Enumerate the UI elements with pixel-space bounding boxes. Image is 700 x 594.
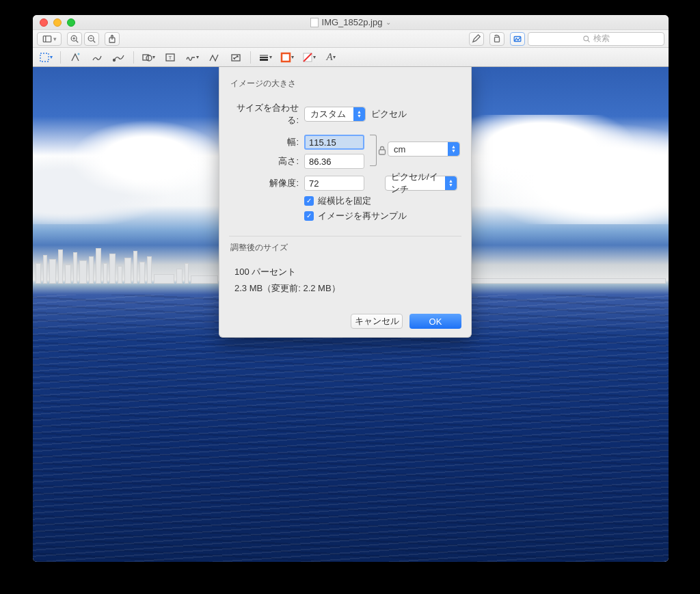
line-style-tool[interactable]: ▾ [258, 50, 273, 65]
svg-line-7 [93, 40, 95, 42]
search-icon [582, 35, 591, 43]
cancel-button[interactable]: キャンセル [351, 314, 403, 329]
resulting-size-title: 調整後のサイズ [230, 242, 461, 254]
svg-rect-11 [495, 37, 500, 42]
separator [60, 51, 61, 64]
text-tool[interactable]: T [163, 50, 178, 65]
resulting-filesize: 2.3 MB（変更前: 2.2 MB） [234, 282, 456, 295]
shapes-tool[interactable]: ▾ [141, 50, 156, 65]
resample-image-label: イメージを再サンプル [318, 210, 407, 222]
window-filename: IMG_1852p.jpg [322, 17, 383, 27]
preview-window: IMG_1852p.jpg ⌄ ▾ [33, 15, 669, 562]
svg-point-13 [584, 36, 589, 40]
dialog-title: イメージの大きさ [230, 78, 461, 90]
rotate-button[interactable] [489, 32, 504, 46]
fill-color-tool[interactable]: ▾ [301, 50, 317, 65]
dimension-unit-value: cm [394, 144, 405, 154]
sidebar-toggle-button[interactable]: ▾ [37, 32, 62, 46]
lock-icon[interactable] [378, 146, 386, 155]
share-button[interactable] [105, 32, 120, 46]
svg-rect-15 [40, 53, 49, 62]
fit-into-value: カスタム [310, 108, 346, 120]
adjust-size-tool[interactable] [228, 50, 243, 65]
titlebar: IMG_1852p.jpg ⌄ [33, 15, 669, 30]
svg-text:T: T [169, 55, 172, 61]
fit-unit-label: ピクセル [371, 108, 407, 120]
resulting-percent: 100 パーセント [234, 266, 456, 278]
select-arrows-icon: ▲▼ [448, 142, 459, 156]
fit-into-select[interactable]: カスタム ▲▼ [304, 107, 366, 122]
resolution-input[interactable] [304, 176, 364, 191]
main-toolbar: ▾ [33, 30, 669, 48]
image-canvas[interactable]: イメージの大きさ サイズを合わせる: カスタム ▲▼ ピクセル 幅: [33, 67, 669, 562]
ratio-bracket-icon [370, 135, 377, 166]
zoom-in-button[interactable] [67, 32, 82, 46]
svg-rect-0 [43, 36, 51, 42]
image-size-dialog: イメージの大きさ サイズを合わせる: カスタム ▲▼ ピクセル 幅: [219, 67, 472, 338]
dimension-unit-select[interactable]: cm ▲▼ [388, 141, 460, 157]
svg-point-16 [78, 53, 80, 55]
resolution-unit-select[interactable]: ピクセル/インチ ▲▼ [385, 176, 457, 191]
selection-tool[interactable]: ▾ [38, 50, 53, 65]
draw-tool[interactable] [111, 50, 126, 65]
width-input[interactable] [304, 135, 364, 150]
select-arrows-icon: ▲▼ [445, 176, 457, 190]
font-style-tool[interactable]: A ▾ [323, 50, 338, 65]
title-menu-chevron-icon[interactable]: ⌄ [386, 18, 391, 26]
markup-toolbar: ▾ ▾ T ▾ ▾ [33, 48, 669, 67]
border-color-tool[interactable]: ▾ [280, 50, 295, 65]
search-placeholder: 検索 [593, 33, 610, 44]
window-title: IMG_1852p.jpg ⌄ [33, 17, 669, 27]
annotate-button[interactable] [469, 32, 484, 46]
height-label: 高さ: [230, 155, 299, 167]
ok-button[interactable]: OK [409, 314, 461, 329]
resample-image-checkbox[interactable]: ✓ [304, 211, 314, 221]
scale-proportionally-checkbox[interactable]: ✓ [304, 196, 314, 206]
adjust-color-tool[interactable] [206, 50, 221, 65]
svg-rect-29 [379, 150, 386, 154]
resulting-size-section: 調整後のサイズ 100 パーセント 2.3 MB（変更前: 2.2 MB） [229, 236, 461, 304]
zoom-out-button[interactable] [84, 32, 99, 46]
svg-line-3 [76, 40, 78, 42]
instant-alpha-tool[interactable] [68, 50, 83, 65]
document-icon [310, 18, 319, 27]
resolution-unit-value: ピクセル/インチ [391, 171, 443, 195]
separator [250, 51, 251, 64]
sign-tool[interactable]: ▾ [185, 50, 200, 65]
sketch-tool[interactable] [90, 50, 105, 65]
width-label: 幅: [230, 136, 299, 148]
svg-rect-26 [282, 53, 290, 62]
select-arrows-icon: ▲▼ [353, 107, 365, 121]
height-input[interactable] [304, 154, 364, 169]
markup-toolbar-button[interactable] [510, 32, 525, 46]
search-field[interactable]: 検索 [528, 32, 664, 46]
fit-into-label: サイズを合わせる: [230, 102, 299, 126]
svg-point-19 [146, 55, 152, 61]
svg-point-17 [113, 59, 116, 61]
resolution-label: 解像度: [230, 177, 299, 189]
scale-proportionally-label: 縦横比を固定 [318, 195, 371, 207]
svg-line-14 [588, 40, 590, 42]
separator [133, 51, 134, 64]
